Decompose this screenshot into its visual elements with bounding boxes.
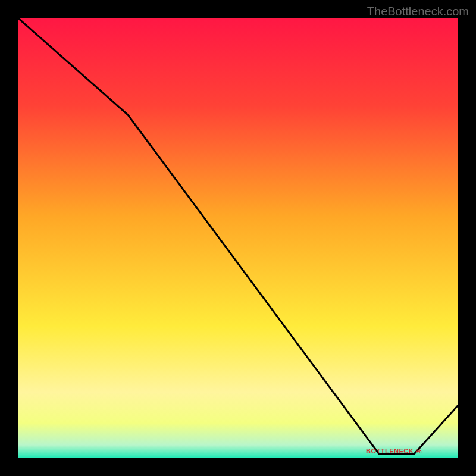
svg-rect-0: [18, 18, 458, 458]
plot-area: BOTTLENECK %: [18, 18, 458, 458]
chart-container: BOTTLENECK %: [18, 18, 458, 458]
watermark-text: TheBottleneck.com: [367, 5, 469, 18]
series-label: BOTTLENECK %: [366, 447, 422, 455]
gradient-background: [18, 18, 458, 458]
